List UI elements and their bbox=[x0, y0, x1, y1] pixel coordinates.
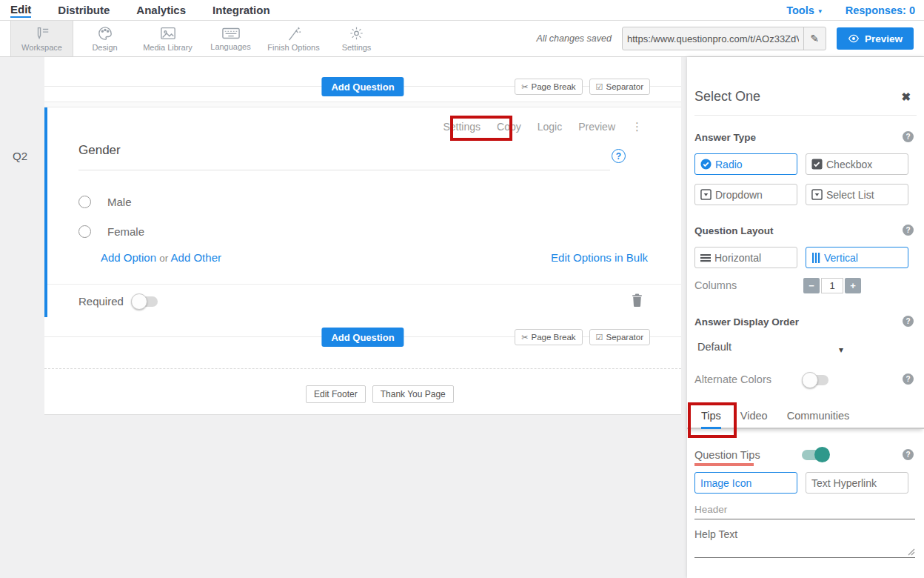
required-toggle[interactable] bbox=[133, 296, 158, 307]
nav-tab-analytics[interactable]: Analytics bbox=[136, 4, 186, 16]
tools-menu[interactable]: Tools ▼ bbox=[786, 4, 823, 16]
horizontal-lines-icon bbox=[700, 253, 711, 262]
question-tips-toggle[interactable] bbox=[802, 450, 828, 460]
columns-stepper: − 1 + bbox=[803, 278, 861, 293]
toolbar-item-media-library[interactable]: Media Library bbox=[136, 21, 199, 56]
caret-down-icon: ▾ bbox=[839, 345, 843, 355]
editor-toolbar: Workspace Design Media Library Languages… bbox=[0, 21, 924, 57]
help-icon[interactable]: ? bbox=[903, 316, 914, 327]
answer-option-row: Male bbox=[78, 196, 132, 208]
annotation-underline-question-tips bbox=[694, 463, 754, 466]
text-hyperlink-button[interactable]: Text Hyperlink bbox=[806, 472, 908, 494]
nav-tab-distribute[interactable]: Distribute bbox=[58, 4, 110, 16]
resize-handle-icon[interactable] bbox=[908, 548, 915, 556]
help-icon[interactable]: ? bbox=[903, 225, 914, 236]
edit-footer-button[interactable]: Edit Footer bbox=[306, 385, 366, 403]
image-icon bbox=[160, 26, 176, 41]
question-settings-button[interactable]: Settings bbox=[443, 121, 481, 133]
tab-tips[interactable]: Tips bbox=[701, 410, 721, 429]
more-options-icon[interactable]: ⋮ bbox=[632, 120, 643, 133]
question-action-menu: Settings Copy Logic Preview ⋮ bbox=[443, 120, 643, 133]
palette-icon bbox=[97, 26, 113, 41]
question-preview-button[interactable]: Preview bbox=[578, 121, 615, 133]
nav-tab-edit[interactable]: Edit bbox=[10, 3, 31, 18]
tip-help-text-field bbox=[694, 528, 915, 558]
scissors-icon: ✂ bbox=[521, 82, 528, 92]
preview-button[interactable]: Preview bbox=[837, 27, 914, 50]
eye-icon bbox=[848, 34, 860, 43]
separator-button[interactable]: ☑Separator bbox=[589, 79, 650, 95]
answer-type-checkbox[interactable]: Checkbox bbox=[806, 153, 908, 175]
question-block[interactable]: Settings Copy Logic Preview ⋮ Gender ? M… bbox=[44, 107, 681, 317]
toolbar-items: Workspace Design Media Library Languages… bbox=[0, 21, 388, 56]
page-break-button[interactable]: ✂Page Break bbox=[515, 79, 582, 95]
question-help-icon[interactable]: ? bbox=[612, 149, 626, 163]
columns-increment-button[interactable]: + bbox=[845, 278, 861, 293]
toolbar-item-workspace[interactable]: Workspace bbox=[10, 21, 73, 56]
tab-communities[interactable]: Communities bbox=[787, 410, 850, 428]
close-icon[interactable]: ✖ bbox=[901, 90, 911, 104]
answer-type-select-list[interactable]: Select List bbox=[806, 184, 908, 205]
answer-type-dropdown[interactable]: Dropdown bbox=[694, 184, 797, 205]
caret-down-icon: ▼ bbox=[817, 8, 823, 15]
magic-wand-icon bbox=[286, 26, 302, 41]
edit-options-bulk-link[interactable]: Edit Options in Bulk bbox=[551, 251, 648, 264]
question-title[interactable]: Gender bbox=[78, 143, 121, 158]
answer-type-radio[interactable]: Radio bbox=[694, 153, 797, 175]
nav-tab-integration[interactable]: Integration bbox=[212, 4, 270, 16]
separator-button[interactable]: ☑Separator bbox=[589, 329, 650, 345]
gear-icon bbox=[349, 26, 364, 41]
columns-value[interactable]: 1 bbox=[821, 278, 843, 293]
checkbox-check-icon bbox=[811, 159, 823, 170]
dropdown-box-icon bbox=[700, 189, 712, 200]
top-nav: Edit Distribute Analytics Integration To… bbox=[0, 0, 924, 21]
alternate-colors-toggle[interactable] bbox=[803, 375, 828, 385]
layout-horizontal-button[interactable]: Horizontal bbox=[694, 247, 797, 268]
question-layout-label: Question Layout bbox=[694, 225, 774, 236]
add-question-row-top: Add Question ✂Page Break ☑Separator bbox=[44, 72, 681, 102]
responses-count[interactable]: Responses: 0 bbox=[846, 4, 915, 16]
toolbar-item-settings[interactable]: Settings bbox=[325, 21, 388, 56]
alternate-colors-label: Alternate Colors bbox=[694, 373, 771, 385]
workspace-icon bbox=[34, 26, 50, 41]
radio-button-male[interactable] bbox=[78, 196, 91, 208]
radio-button-female[interactable] bbox=[78, 225, 91, 238]
questionpro-survey-editor: Edit Distribute Analytics Integration To… bbox=[0, 0, 924, 578]
tip-help-text-textarea[interactable] bbox=[694, 528, 915, 557]
checkbox-icon: ☑ bbox=[596, 82, 603, 92]
nav-right: Tools ▼ Responses: 0 bbox=[786, 4, 924, 16]
columns-decrement-button[interactable]: − bbox=[803, 278, 820, 293]
tab-video[interactable]: Video bbox=[740, 410, 768, 428]
question-tips-label: Question Tips bbox=[694, 449, 760, 461]
delete-question-button[interactable] bbox=[632, 293, 643, 310]
question-logic-button[interactable]: Logic bbox=[538, 121, 562, 133]
add-question-button[interactable]: Add Question bbox=[321, 328, 404, 347]
option-label[interactable]: Male bbox=[107, 196, 132, 208]
add-question-button[interactable]: Add Question bbox=[321, 77, 404, 96]
question-title-underline bbox=[78, 170, 610, 170]
question-layout-options: Horizontal Vertical bbox=[694, 247, 908, 268]
required-control: Required bbox=[78, 295, 158, 308]
image-icon-button[interactable]: Image Icon bbox=[694, 472, 797, 494]
survey-canvas: Add Question ✂Page Break ☑Separator Sett… bbox=[44, 57, 681, 415]
answer-display-order-select[interactable]: Default bbox=[697, 341, 846, 353]
question-copy-button[interactable]: Copy bbox=[497, 121, 521, 133]
help-icon[interactable]: ? bbox=[903, 131, 914, 142]
toolbar-item-design[interactable]: Design bbox=[73, 21, 136, 56]
add-question-row-bottom: Add Question ✂Page Break ☑Separator bbox=[44, 322, 681, 352]
toolbar-item-languages[interactable]: Languages bbox=[199, 21, 262, 56]
question-tips-type-options: Image Icon Text Hyperlink bbox=[694, 472, 908, 494]
tip-header-input[interactable] bbox=[694, 500, 915, 519]
option-label[interactable]: Female bbox=[107, 225, 144, 238]
layout-vertical-button[interactable]: Vertical bbox=[806, 247, 908, 268]
option-links: Add Option or Add Other bbox=[101, 251, 221, 264]
page-break-button[interactable]: ✂Page Break bbox=[515, 329, 582, 345]
edit-url-pencil-icon[interactable]: ✎ bbox=[803, 27, 826, 50]
add-other-link[interactable]: Add Other bbox=[171, 251, 221, 264]
survey-url-input[interactable] bbox=[623, 27, 803, 50]
help-icon[interactable]: ? bbox=[903, 373, 914, 385]
help-icon[interactable]: ? bbox=[903, 449, 914, 460]
toolbar-item-finish-options[interactable]: Finish Options bbox=[262, 21, 325, 56]
thank-you-page-button[interactable]: Thank You Page bbox=[372, 385, 454, 403]
add-option-link[interactable]: Add Option bbox=[101, 251, 156, 264]
